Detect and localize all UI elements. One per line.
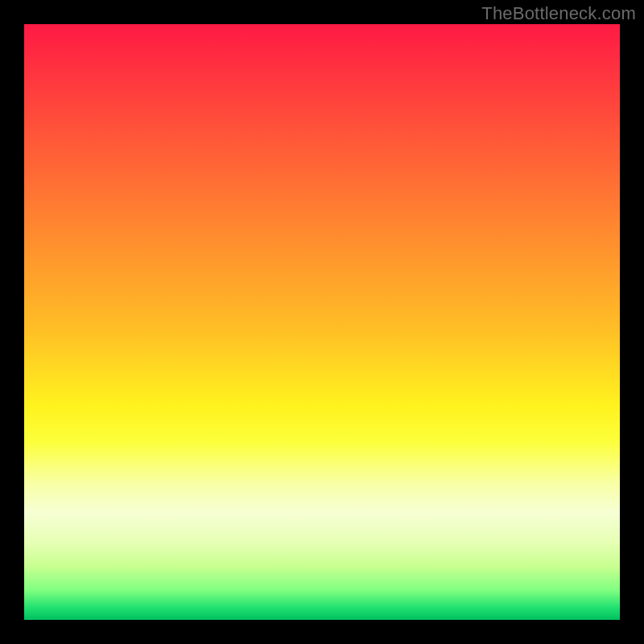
gradient-background xyxy=(24,24,620,620)
watermark-text: TheBottleneck.com xyxy=(481,3,636,24)
plot-area xyxy=(24,24,620,620)
chart-frame: TheBottleneck.com xyxy=(0,0,644,644)
